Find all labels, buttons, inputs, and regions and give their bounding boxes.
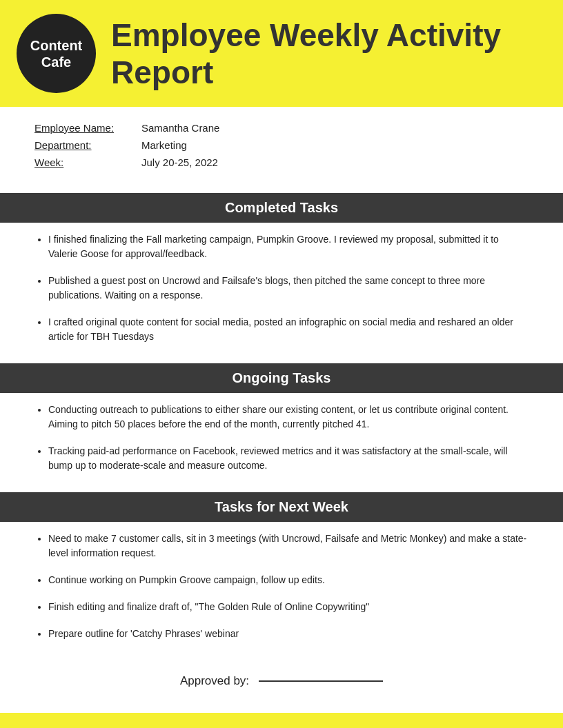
logo-text: ContentCafe [30, 37, 83, 70]
week-value: July 20-25, 2022 [141, 156, 218, 168]
ongoing-tasks-list: Conducting outreach to publications to e… [34, 403, 529, 473]
list-item: I finished finalizing the Fall marketing… [48, 232, 529, 261]
next-week-tasks-header: Tasks for Next Week [0, 492, 563, 522]
week-row: Week: July 20-25, 2022 [34, 156, 529, 168]
list-item: Need to make 7 customer calls, sit in 3 … [48, 532, 529, 560]
list-item: Continue working on Pumpkin Groove campa… [48, 573, 529, 587]
completed-tasks-content: I finished finalizing the Fall marketing… [0, 223, 563, 356]
list-item: Conducting outreach to publications to e… [48, 403, 529, 432]
info-section: Employee Name: Samantha Crane Department… [0, 107, 563, 186]
footer-bar [0, 713, 563, 728]
list-item: I crafted original quote content for soc… [48, 315, 529, 344]
department-row: Department: Marketing [34, 139, 529, 151]
department-value: Marketing [141, 139, 187, 151]
employee-name-value: Samantha Crane [141, 122, 219, 134]
employee-name-label: Employee Name: [34, 122, 141, 134]
employee-name-row: Employee Name: Samantha Crane [34, 122, 529, 134]
approved-line [259, 680, 383, 682]
ongoing-tasks-header: Ongoing Tasks [0, 363, 563, 393]
week-label: Week: [34, 156, 141, 168]
next-week-tasks-list: Need to make 7 customer calls, sit in 3 … [34, 532, 529, 641]
completed-tasks-header: Completed Tasks [0, 193, 563, 223]
report-title: Employee Weekly Activity Report [111, 17, 546, 91]
approved-label: Approved by: [180, 674, 249, 688]
list-item: Finish editing and finalize draft of, "T… [48, 600, 529, 614]
list-item: Prepare outline for 'Catchy Phrases' web… [48, 627, 529, 641]
completed-tasks-list: I finished finalizing the Fall marketing… [34, 232, 529, 344]
next-week-tasks-content: Need to make 7 customer calls, sit in 3 … [0, 522, 563, 654]
approved-section: Approved by: [0, 654, 563, 702]
department-label: Department: [34, 139, 141, 151]
header-section: ContentCafe Employee Weekly Activity Rep… [0, 0, 563, 107]
list-item: Tracking paid-ad performance on Facebook… [48, 444, 529, 473]
logo-circle: ContentCafe [17, 14, 96, 93]
list-item: Published a guest post on Uncrowd and Fa… [48, 274, 529, 303]
ongoing-tasks-content: Conducting outreach to publications to e… [0, 393, 563, 485]
